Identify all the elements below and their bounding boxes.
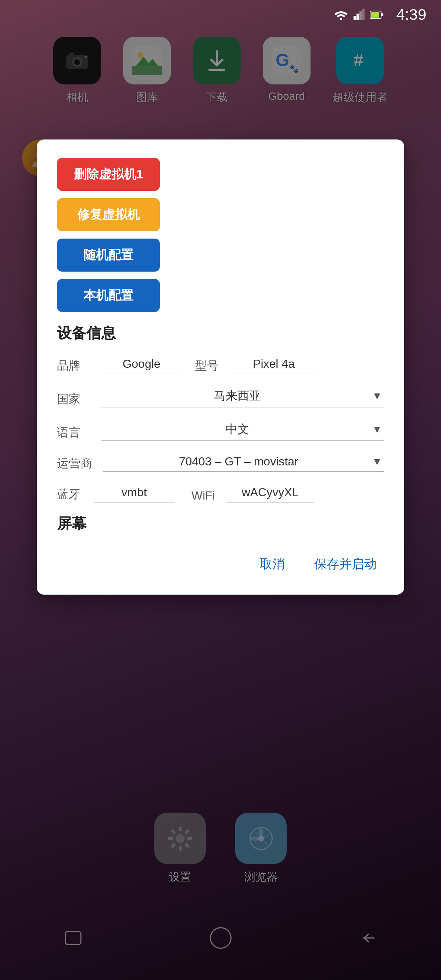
screen-section: 屏幕 <box>57 506 384 534</box>
cancel-button[interactable]: 取消 <box>252 552 292 576</box>
repair-vm-button[interactable]: 修复虚拟机 <box>57 198 160 231</box>
language-select[interactable]: 中文 ▼ <box>101 418 384 441</box>
battery-icon: ⚡ <box>370 10 383 19</box>
bluetooth-input[interactable] <box>94 483 174 503</box>
dialog-footer: 取消 保存并启动 <box>57 545 384 576</box>
model-label: 型号 <box>193 358 219 374</box>
status-bar: ⚡ 4:39 <box>0 0 441 29</box>
wifi-input[interactable] <box>226 483 314 503</box>
svg-rect-2 <box>356 14 359 20</box>
delete-vm-button[interactable]: 删除虚拟机1 <box>57 158 160 191</box>
country-dropdown-arrow: ▼ <box>372 390 382 402</box>
svg-rect-3 <box>360 11 362 20</box>
country-value: 马来西亚 <box>103 388 372 404</box>
bluetooth-label: 蓝牙 <box>57 486 83 503</box>
random-config-button[interactable]: 随机配置 <box>57 239 160 272</box>
svg-rect-4 <box>362 9 364 20</box>
wifi-label: WiFi <box>185 489 215 503</box>
svg-rect-7 <box>381 13 383 16</box>
language-value: 中文 <box>103 422 372 438</box>
language-label: 语言 <box>57 425 90 441</box>
model-input[interactable] <box>230 354 318 374</box>
carrier-dropdown-arrow: ▼ <box>372 456 382 468</box>
svg-rect-1 <box>353 16 356 20</box>
language-dropdown-arrow: ▼ <box>372 423 382 435</box>
save-button[interactable]: 保存并启动 <box>307 552 384 576</box>
country-label: 国家 <box>57 391 90 407</box>
status-time: 4:39 <box>396 6 426 24</box>
device-info-title: 设备信息 <box>57 323 384 343</box>
svg-point-0 <box>340 18 342 20</box>
country-row: 国家 马来西亚 ▼ <box>57 385 384 407</box>
brand-input[interactable] <box>101 354 182 374</box>
signal-icon <box>353 9 364 20</box>
carrier-label: 运营商 <box>57 455 92 472</box>
brand-label: 品牌 <box>57 358 90 374</box>
svg-text:⚡: ⚡ <box>373 13 378 18</box>
dialog: 删除虚拟机1 修复虚拟机 随机配置 本机配置 设备信息 品牌 型号 国家 马来西… <box>37 140 404 595</box>
status-icons: ⚡ 4:39 <box>334 6 426 24</box>
wifi-icon <box>334 9 348 20</box>
bt-wifi-row: 蓝牙 WiFi <box>57 483 384 503</box>
screen-title: 屏幕 <box>57 514 384 534</box>
carrier-select[interactable]: 70403 – GT – movistar ▼ <box>103 452 384 472</box>
language-row: 语言 中文 ▼ <box>57 418 384 441</box>
country-select[interactable]: 马来西亚 ▼ <box>101 385 384 407</box>
local-config-button[interactable]: 本机配置 <box>57 279 160 312</box>
carrier-row: 运营商 70403 – GT – movistar ▼ <box>57 452 384 472</box>
carrier-value: 70403 – GT – movistar <box>105 455 372 468</box>
brand-model-row: 品牌 型号 <box>57 354 384 374</box>
